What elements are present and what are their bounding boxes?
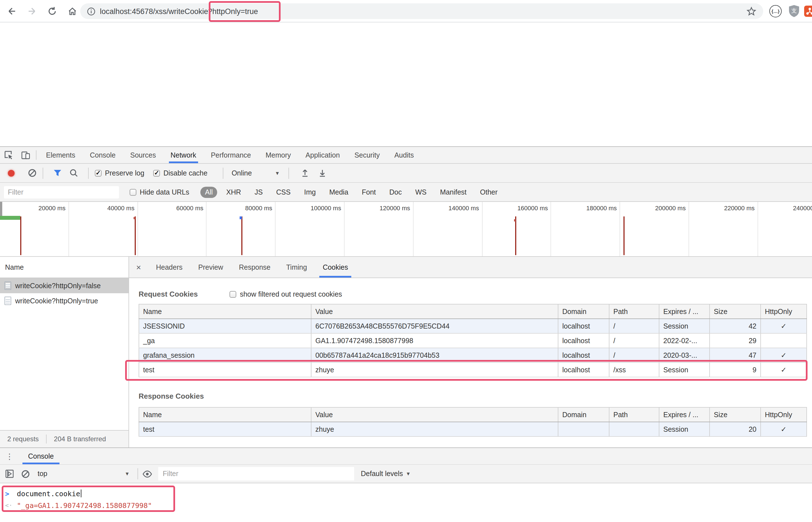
text-cursor: [81, 489, 81, 497]
filter-type-xhr[interactable]: XHR: [222, 186, 246, 198]
filter-type-css[interactable]: CSS: [272, 186, 295, 198]
log-levels-select[interactable]: Default levels ▼: [361, 470, 411, 478]
tab-elements[interactable]: Elements: [39, 147, 82, 163]
request-cookies-table: Name Value Domain Path Expires / ... Siz…: [139, 304, 807, 377]
cookie-expires: 2020-03-...: [659, 348, 710, 362]
extension-braces-icon[interactable]: {…}: [769, 5, 782, 17]
request-list-header[interactable]: Name: [0, 257, 129, 278]
inspect-element-icon[interactable]: [0, 147, 17, 163]
cookie-domain: localhost: [558, 319, 609, 333]
network-overview-timeline[interactable]: 20000 ms40000 ms60000 ms80000 ms100000 m…: [0, 202, 812, 257]
document-icon: [4, 281, 11, 290]
record-button[interactable]: [8, 169, 15, 176]
divider: [288, 167, 289, 179]
tab-preview[interactable]: Preview: [191, 257, 231, 278]
tab-network[interactable]: Network: [163, 147, 204, 163]
kebab-menu-icon[interactable]: ⋮: [0, 451, 19, 461]
dcl-event-marker: [239, 216, 242, 219]
extension-tree-icon[interactable]: [804, 6, 812, 17]
reload-icon[interactable]: [46, 5, 58, 17]
request-row[interactable]: writeCookie?httpOnly=false: [0, 278, 129, 293]
cookie-path: [609, 422, 659, 437]
filter-type-manifest[interactable]: Manifest: [436, 186, 471, 198]
cookie-httponly: ✓: [761, 348, 807, 362]
timeline-tick-label: 180000 ms: [552, 202, 620, 256]
timeline-tick-label: 120000 ms: [345, 202, 413, 256]
cookie-row: JSESSIONID 6C7076B2653A48CB55576D75F9E5C…: [139, 319, 807, 333]
cookie-name: test: [139, 422, 311, 437]
page-info-icon[interactable]: [87, 7, 95, 15]
tab-audits[interactable]: Audits: [387, 147, 421, 163]
home-icon[interactable]: [66, 5, 79, 17]
tab-console-drawer[interactable]: Console: [19, 448, 63, 464]
page-viewport: [0, 23, 812, 146]
request-cookies-table-wrap: Name Value Domain Path Expires / ... Siz…: [139, 304, 812, 377]
console-tabrow: ⋮ Console: [0, 448, 812, 465]
tab-timing[interactable]: Timing: [278, 257, 315, 278]
response-cookies-table-wrap: Name Value Domain Path Expires / ... Siz…: [139, 407, 812, 437]
cookie-httponly: ✓: [761, 319, 807, 333]
filter-type-js[interactable]: JS: [250, 186, 267, 198]
tab-cookies[interactable]: Cookies: [315, 257, 356, 278]
execution-context-icon[interactable]: [5, 469, 14, 478]
col-path: Path: [609, 304, 659, 319]
filter-type-doc[interactable]: Doc: [385, 186, 406, 198]
cookie-name: _ga: [139, 333, 311, 348]
tab-memory[interactable]: Memory: [258, 147, 298, 163]
col-path: Path: [609, 407, 659, 422]
load-event-line: [135, 216, 136, 255]
url-text[interactable]: localhost:45678/xss/writeCookie?httpOnly…: [100, 7, 258, 15]
load-event-line: [623, 216, 624, 255]
request-row[interactable]: writeCookie?httpOnly=true: [0, 293, 129, 308]
show-filtered-cookies-checkbox[interactable]: [230, 291, 236, 298]
preserve-log-label: Preserve log: [105, 169, 144, 177]
console-input-line[interactable]: > document.cookie: [0, 483, 812, 499]
throttling-select[interactable]: Online ▼: [231, 169, 280, 177]
network-filter-input[interactable]: [4, 186, 119, 198]
disable-cache-checkbox[interactable]: [153, 169, 160, 176]
tab-application[interactable]: Application: [298, 147, 347, 163]
alipay-shield-icon[interactable]: 支: [788, 4, 800, 18]
console-filter-input[interactable]: [158, 467, 354, 481]
cookie-name: test: [139, 362, 311, 377]
tab-headers[interactable]: Headers: [148, 257, 191, 278]
filter-type-font[interactable]: Font: [357, 186, 381, 198]
filter-funnel-icon[interactable]: [53, 169, 62, 177]
cookie-path: /: [609, 348, 659, 362]
filter-type-all[interactable]: All: [200, 186, 217, 198]
col-httponly: HttpOnly: [761, 304, 807, 319]
clear-icon[interactable]: [28, 169, 37, 177]
filter-type-img[interactable]: Img: [299, 186, 321, 198]
forward-icon[interactable]: [26, 5, 38, 17]
tab-sources[interactable]: Sources: [123, 147, 163, 163]
export-har-icon[interactable]: [318, 169, 326, 177]
preserve-log-checkbox[interactable]: [95, 169, 101, 176]
filter-type-ws[interactable]: WS: [411, 186, 431, 198]
back-icon[interactable]: [6, 5, 18, 17]
col-name: Name: [139, 304, 311, 319]
hide-data-urls-checkbox[interactable]: [130, 189, 136, 195]
tab-performance[interactable]: Performance: [204, 147, 258, 163]
devtools-tabbar: Elements Console Sources Network Perform…: [0, 147, 812, 164]
cookie-row: grafana_session 00b65787a441a24ca18c915b…: [139, 348, 807, 362]
console-output-line: <· "_ga=GA1.1.907472498.1580877998": [0, 499, 812, 511]
network-status-bar: 2 requests 204 B transferred: [0, 430, 129, 447]
context-select[interactable]: top ▼: [38, 470, 130, 478]
close-icon[interactable]: ×: [129, 257, 148, 278]
filter-type-other[interactable]: Other: [476, 186, 502, 198]
import-har-icon[interactable]: [301, 169, 309, 177]
col-value: Value: [311, 407, 558, 422]
clear-console-icon[interactable]: [21, 469, 30, 478]
search-icon[interactable]: [70, 169, 78, 177]
tab-console[interactable]: Console: [82, 147, 123, 163]
device-toolbar-icon[interactable]: [17, 147, 34, 163]
filter-type-media[interactable]: Media: [325, 186, 353, 198]
timeline-tick-label: 40000 ms: [69, 202, 138, 256]
eye-icon[interactable]: [142, 470, 152, 477]
cookie-value: zhuye: [311, 422, 558, 437]
timeline-tick-label: 100000 ms: [275, 202, 345, 256]
tab-response[interactable]: Response: [231, 257, 278, 278]
bookmark-star-icon[interactable]: [746, 6, 756, 16]
tab-security[interactable]: Security: [347, 147, 387, 163]
address-bar[interactable]: localhost:45678/xss/writeCookie?httpOnly…: [80, 3, 763, 19]
